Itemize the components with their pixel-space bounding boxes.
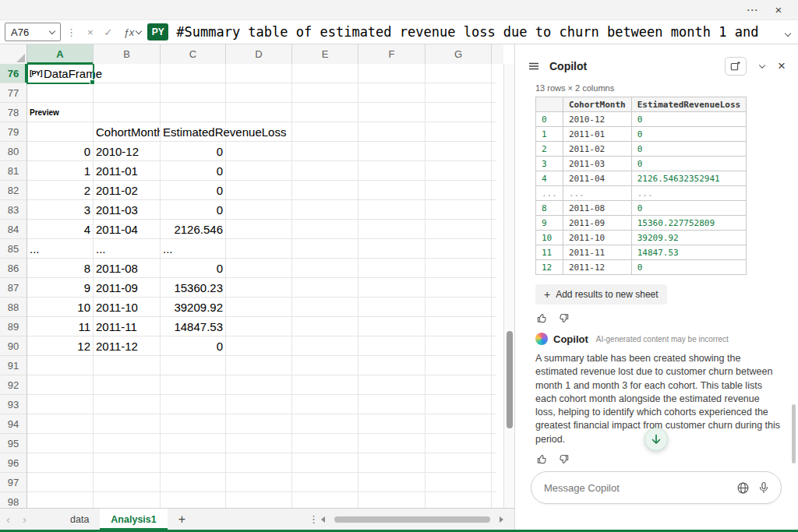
cell-C94[interactable]: [161, 414, 226, 434]
column-header-D[interactable]: D: [226, 44, 292, 64]
column-header-E[interactable]: E: [292, 44, 358, 64]
cell-F84[interactable]: [358, 220, 425, 239]
cell-C87[interactable]: 15360.23: [161, 278, 226, 298]
row-header-81[interactable]: 81: [0, 161, 27, 181]
cell-E97[interactable]: [292, 473, 358, 492]
cell-G76[interactable]: [425, 64, 492, 83]
row-header-84[interactable]: 84: [0, 220, 27, 239]
cell-F90[interactable]: [358, 336, 425, 356]
cell-E84[interactable]: [292, 220, 358, 239]
cell-G79[interactable]: [425, 122, 492, 142]
column-header-F[interactable]: F: [358, 44, 425, 64]
cell-E80[interactable]: [292, 142, 358, 161]
row-header-76[interactable]: 76: [0, 64, 27, 83]
cell-B85[interactable]: ...: [94, 239, 161, 259]
scroll-to-latest-button[interactable]: [644, 428, 668, 451]
cell-E94[interactable]: [292, 414, 358, 434]
cell-A95[interactable]: [27, 434, 94, 453]
cell-A80[interactable]: 0: [27, 142, 94, 161]
cell-C93[interactable]: [161, 395, 226, 414]
cell-A93[interactable]: [27, 395, 94, 414]
cell-A97[interactable]: [27, 473, 94, 492]
cell-A90[interactable]: 12: [27, 336, 94, 356]
cell-B92[interactable]: [94, 375, 161, 395]
panel-scrollbar-thumb[interactable]: [792, 404, 796, 463]
cell-G86[interactable]: [425, 259, 492, 278]
cell-F98[interactable]: [358, 492, 425, 508]
row-header-85[interactable]: 85: [0, 239, 27, 259]
cell-C95[interactable]: [161, 434, 226, 453]
cell-F82[interactable]: [358, 181, 425, 200]
cell-F87[interactable]: [358, 278, 425, 298]
cell-C83[interactable]: 0: [161, 200, 226, 220]
cell-B82[interactable]: 2011-02: [94, 181, 161, 200]
cell-A82[interactable]: 2: [27, 181, 94, 200]
cell-E92[interactable]: [292, 375, 358, 395]
row-header-78[interactable]: 78: [0, 103, 27, 122]
row-header-94[interactable]: 94: [0, 414, 27, 434]
cell-E96[interactable]: [292, 453, 358, 473]
cell-C96[interactable]: [161, 453, 226, 473]
cell-E93[interactable]: [292, 395, 358, 414]
cell-E91[interactable]: [292, 356, 358, 375]
cell-G82[interactable]: [425, 181, 492, 200]
add-results-button[interactable]: + Add results to new sheet: [535, 284, 667, 305]
cell-D83[interactable]: [226, 200, 292, 220]
cancel-entry-icon[interactable]: ×: [82, 26, 99, 38]
cell-F78[interactable]: [358, 103, 425, 122]
cell-D82[interactable]: [226, 181, 292, 200]
grid-horizontal-scrollbar[interactable]: [321, 516, 503, 523]
cell-C98[interactable]: [161, 492, 226, 508]
cell-D90[interactable]: [226, 336, 292, 356]
cell-B88[interactable]: 2011-10: [94, 298, 161, 317]
cell-E76[interactable]: [292, 64, 358, 83]
cell-B84[interactable]: 2011-04: [94, 220, 161, 239]
collapse-panel-icon[interactable]: [757, 62, 767, 71]
cell-A87[interactable]: 9: [27, 278, 94, 298]
row-header-96[interactable]: 96: [0, 453, 27, 473]
row-header-77[interactable]: 77: [0, 83, 27, 103]
cell-B87[interactable]: 2011-09: [94, 278, 161, 298]
cell-E79[interactable]: [292, 122, 358, 142]
cell-F76[interactable]: [358, 64, 425, 83]
cell-F77[interactable]: [358, 83, 425, 103]
select-all-corner[interactable]: [0, 44, 27, 64]
row-header-93[interactable]: 93: [0, 395, 27, 414]
cell-C92[interactable]: [161, 375, 226, 395]
row-header-82[interactable]: 82: [0, 181, 27, 200]
row-header-91[interactable]: 91: [0, 356, 27, 375]
row-header-90[interactable]: 90: [0, 336, 27, 356]
formula-input[interactable]: #Summary table of estimated revenue loss…: [171, 20, 778, 44]
cell-E98[interactable]: [292, 492, 358, 508]
sheet-tab-analysis1[interactable]: Analysis1: [100, 509, 167, 530]
cell-D86[interactable]: [226, 259, 292, 278]
web-globe-icon[interactable]: [736, 481, 750, 495]
row-header-92[interactable]: 92: [0, 375, 27, 395]
expand-formula-bar-button[interactable]: [778, 26, 798, 38]
column-header-G[interactable]: G: [425, 44, 492, 64]
scroll-right-arrow-icon[interactable]: [500, 516, 503, 523]
cell-E85[interactable]: [292, 239, 358, 259]
cell-A94[interactable]: [27, 414, 94, 434]
cell-D91[interactable]: [226, 356, 292, 375]
cell-B77[interactable]: [94, 83, 161, 103]
cell-D85[interactable]: [226, 239, 292, 259]
tab-scroll-right-icon[interactable]: ›: [16, 513, 33, 526]
cell-D87[interactable]: [226, 278, 292, 298]
cell-E78[interactable]: [292, 103, 358, 122]
cell-B97[interactable]: [94, 473, 161, 492]
row-header-83[interactable]: 83: [0, 200, 27, 220]
cell-E82[interactable]: [292, 181, 358, 200]
cell-A76[interactable]: [PY]DataFrame: [27, 64, 94, 83]
cell-C85[interactable]: ...: [161, 239, 226, 259]
thumbs-down-icon[interactable]: [557, 453, 570, 466]
cell-F96[interactable]: [358, 453, 425, 473]
cell-F95[interactable]: [358, 434, 425, 453]
cell-E87[interactable]: [292, 278, 358, 298]
row-header-97[interactable]: 97: [0, 473, 27, 492]
window-more-button[interactable]: ⋯: [739, 1, 765, 19]
cell-D97[interactable]: [226, 473, 292, 492]
row-header-79[interactable]: 79: [0, 122, 27, 142]
row-header-86[interactable]: 86: [0, 259, 27, 278]
sheet-tab-data[interactable]: data: [59, 509, 100, 530]
